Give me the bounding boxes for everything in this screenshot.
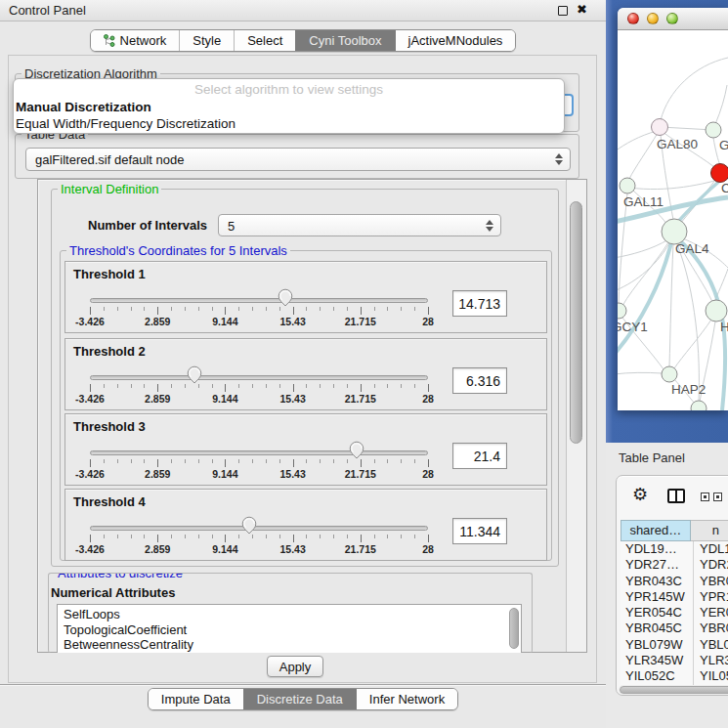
slider-scale-labels: -3.4262.8599.14415.4321.71528 xyxy=(90,543,428,556)
bottom-tab-group: Impute DataDiscretize DataInfer Network xyxy=(148,688,458,710)
numerical-attributes-list[interactable]: SelfLoopsTopologicalCoefficientBetweenne… xyxy=(57,604,522,653)
column-header-1[interactable]: shared… xyxy=(621,520,691,541)
tab-jactivemnodules[interactable]: jActiveMNodules xyxy=(395,30,516,51)
bottom-tab-discretize-data[interactable]: Discretize Data xyxy=(243,689,356,709)
apply-button[interactable]: Apply xyxy=(267,656,323,677)
number-of-intervals-label: Number of Intervals xyxy=(88,218,207,233)
tab-label: Cyni Toolbox xyxy=(309,33,381,48)
scale-tick-label: 28 xyxy=(422,543,434,555)
table-horizontal-scrollbar[interactable] xyxy=(619,685,728,695)
table-row[interactable]: YBL079WYBL07 xyxy=(621,637,728,653)
table-header-row: shared…n xyxy=(621,520,728,541)
attribute-item-topologicalcoefficient[interactable]: TopologicalCoefficient xyxy=(64,622,521,638)
slider-handle[interactable] xyxy=(187,365,202,384)
tab-label: Style xyxy=(193,33,221,48)
stepper-arrows-icon xyxy=(486,220,493,232)
table-row[interactable]: YPR145WYPR14 xyxy=(621,589,728,605)
threshold-slider-track[interactable] xyxy=(90,450,428,455)
scale-tick-label: 21.715 xyxy=(345,543,376,555)
close-traffic-light-icon[interactable] xyxy=(627,13,639,24)
table-row[interactable]: YIL052CYIL05 xyxy=(621,668,728,684)
threshold-slider-track[interactable] xyxy=(90,298,428,303)
dropdown-option-equal-width-frequency-discretization[interactable]: Equal Width/Frequency Discretization xyxy=(14,115,564,132)
table-row[interactable]: YDR27…YDR27 xyxy=(621,557,728,573)
slider-handle[interactable] xyxy=(278,288,293,307)
network-window-titlebar xyxy=(618,8,728,30)
table-row[interactable]: YBR043CYBR04 xyxy=(621,574,728,589)
attribute-item-selfloops[interactable]: SelfLoops xyxy=(64,607,521,622)
tab-network[interactable]: Network xyxy=(91,30,180,51)
threshold-value-field[interactable]: 6.316 xyxy=(452,367,507,394)
scale-tick-label: 9.144 xyxy=(212,316,237,327)
slider-handle[interactable] xyxy=(349,441,364,459)
network-node-ga[interactable]: GA xyxy=(706,122,728,152)
table-hscroll-thumb[interactable] xyxy=(620,686,728,694)
network-node-gal80[interactable]: GAL80 xyxy=(652,119,699,152)
bottom-tab-impute-data[interactable]: Impute Data xyxy=(149,689,243,709)
algorithm-dropdown-popup: Select algorithm to view settings Manual… xyxy=(13,78,565,134)
table-row[interactable]: YER054CYER05 xyxy=(621,605,728,621)
tab-label: Infer Network xyxy=(369,692,445,707)
network-node-gal11[interactable]: GAL11 xyxy=(620,178,664,209)
panel-title: Control Panel xyxy=(9,3,86,18)
threshold-value-field[interactable]: 21.4 xyxy=(452,443,507,469)
column-header-2[interactable]: n xyxy=(691,520,728,541)
tab-select[interactable]: Select xyxy=(234,30,295,51)
slider-scale-labels: -3.4262.8599.14415.4321.71528 xyxy=(90,468,428,481)
scale-tick-label: 21.715 xyxy=(345,316,376,327)
tab-style[interactable]: Style xyxy=(179,30,234,51)
checkbox-icon[interactable] xyxy=(701,492,709,501)
threshold-slider-track[interactable] xyxy=(90,375,428,380)
slider-handle[interactable] xyxy=(241,516,257,535)
scale-tick-label: 28 xyxy=(422,468,434,480)
network-node-c[interactable]: C xyxy=(711,164,728,196)
node-label: GA xyxy=(719,138,728,152)
right-column: GAL80GACGAL11GAL4GCY1HHAP2 Table Panel ⚙… xyxy=(606,0,728,728)
minimize-traffic-light-icon[interactable] xyxy=(647,13,659,24)
float-window-icon[interactable] xyxy=(558,6,568,16)
scale-tick-label: -3.426 xyxy=(75,543,105,555)
network-canvas[interactable]: GAL80GACGAL11GAL4GCY1HHAP2 xyxy=(618,30,728,410)
threshold-value-field[interactable]: 11.344 xyxy=(452,518,507,544)
tab-cyni-toolbox[interactable]: Cyni Toolbox xyxy=(295,30,394,51)
threshold-slider-track[interactable] xyxy=(90,526,428,531)
table-row[interactable]: YLR345WYLR34 xyxy=(621,653,728,668)
bottom-tab-bar: Impute DataDiscretize DataInfer Network xyxy=(0,688,606,710)
scale-tick-label: 2.859 xyxy=(145,543,170,555)
attribute-item-betweennesscentrality[interactable]: BetweennessCentrality xyxy=(64,637,521,653)
cell-name: YDL19 xyxy=(694,541,728,557)
threshold-label: Threshold 2 xyxy=(73,344,146,359)
table-data-combobox[interactable]: galFiltered.sif default node xyxy=(25,148,571,171)
network-node-gcy1[interactable]: GCY1 xyxy=(618,303,648,334)
zoom-traffic-light-icon[interactable] xyxy=(666,13,678,24)
columns-icon[interactable] xyxy=(667,489,685,503)
scale-tick-label: 15.43 xyxy=(279,316,305,327)
scale-tick-label: 9.144 xyxy=(212,543,237,555)
tab-label: Impute Data xyxy=(161,692,231,707)
dropdown-option-manual-discretization[interactable]: Manual Discretization xyxy=(14,99,564,115)
settings-scrollbar-thumb[interactable] xyxy=(570,201,582,444)
table-row[interactable]: YDL19…YDL19 xyxy=(621,541,728,557)
scale-tick-label: 2.859 xyxy=(145,316,170,327)
cell-shared-name: YIL052C xyxy=(621,668,694,684)
close-panel-icon[interactable]: ✖ xyxy=(577,2,587,17)
network-window: GAL80GACGAL11GAL4GCY1HHAP2 xyxy=(618,8,728,410)
interval-definition-group: Interval Definition Number of Intervals … xyxy=(51,189,559,567)
gear-icon[interactable]: ⚙ xyxy=(632,485,648,504)
table-rows: YDL19…YDL19YDR27…YDR27YBR043CYBR04YPR145… xyxy=(621,541,728,685)
numerical-attributes-title: Numerical Attributes xyxy=(51,585,175,600)
scale-tick-label: 2.859 xyxy=(145,393,170,405)
bottom-tab-infer-network[interactable]: Infer Network xyxy=(356,689,457,709)
network-node-h[interactable]: H xyxy=(706,300,728,334)
scale-tick-label: 21.715 xyxy=(345,393,376,405)
node-label: GAL80 xyxy=(657,137,698,151)
table-row[interactable]: YBR045CYBR04 xyxy=(621,621,728,636)
settings-scrollbar-track[interactable] xyxy=(566,180,586,652)
node-attribute-table: shared…n YDL19…YDL19YDR27…YDR27YBR043CYB… xyxy=(621,520,728,695)
top-tab-group: NetworkStyleSelectCyni ToolboxjActiveMNo… xyxy=(90,29,517,52)
attributes-list-scrollbar[interactable] xyxy=(509,608,519,649)
checkbox-icon[interactable] xyxy=(713,492,722,501)
number-of-intervals-combobox[interactable]: 5 xyxy=(218,214,501,236)
threshold-value-field[interactable]: 14.713 xyxy=(452,290,507,317)
cell-name: YBL07 xyxy=(694,637,728,653)
